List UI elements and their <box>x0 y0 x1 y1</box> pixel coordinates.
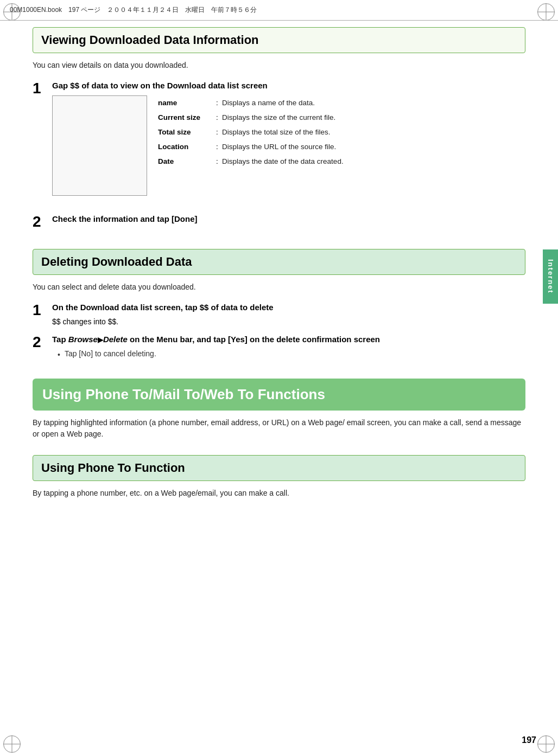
info-row: Location : Displays the URL of the sourc… <box>158 139 344 154</box>
viewing-step2-number: 2 <box>33 214 52 229</box>
deleting-step2-italic1: Browse <box>68 335 98 344</box>
deleting-section-header: Deleting Downloaded Data <box>33 249 525 275</box>
deleting-step2-number: 2 <box>33 335 52 350</box>
deleting-step1-title: On the Download data list screen, tap $$… <box>52 302 525 313</box>
deleting-step1-content: On the Download data list screen, tap $$… <box>52 302 525 326</box>
bullet-symbol: • <box>58 350 60 359</box>
deleting-step2: 2 Tap Browse▶Delete on the Menu bar, and… <box>33 334 525 359</box>
deleting-title: Deleting Downloaded Data <box>41 255 192 268</box>
deleting-description: You can select and delete data you downl… <box>33 281 525 293</box>
info-value: Displays the size of the current file. <box>222 110 335 125</box>
viewing-title: Viewing Downloaded Data Information <box>41 33 259 47</box>
sidebar-internet-tab: Internet <box>543 249 558 304</box>
phone-to-function-description: By tapping a phone number, etc. on a Web… <box>33 488 525 499</box>
phone-to-function-title: Using Phone To Function <box>41 461 185 475</box>
deleting-step2-part2: on the Menu bar, and tap [Yes] on the de… <box>128 335 380 344</box>
info-label: Date <box>158 154 212 169</box>
info-row: Current size : Displays the size of the … <box>158 110 344 125</box>
info-row: name : Displays a name of the data. <box>158 95 344 110</box>
gap1 <box>33 237 525 249</box>
phone-to-mail-desc-text: By tapping highlighted information (a ph… <box>33 418 521 438</box>
phone-to-mail-section-header: Using Phone To/Mail To/Web To Functions <box>33 379 525 411</box>
viewing-section-header: Viewing Downloaded Data Information <box>33 27 525 53</box>
page-container: 00M1000EN.book 197 ページ ２００４年１１月２４日 水曜日 午… <box>0 0 558 756</box>
deleting-step1-number: 1 <box>33 303 52 318</box>
info-row: Date : Displays the date of the data cre… <box>158 154 344 169</box>
gap3 <box>33 449 525 455</box>
info-table: name : Displays a name of the data. Curr… <box>158 95 344 196</box>
info-value: Displays the URL of the source file. <box>222 139 336 154</box>
viewing-step1-content: Gap $$ of data to view on the Download d… <box>52 80 525 206</box>
viewing-step1: 1 Gap $$ of data to view on the Download… <box>33 80 525 206</box>
deleting-step2-content: Tap Browse▶Delete on the Menu bar, and t… <box>52 334 525 359</box>
info-label: Location <box>158 139 212 154</box>
info-colon: : <box>212 95 222 110</box>
header-bar: 00M1000EN.book 197 ページ ２００４年１１月２４日 水曜日 午… <box>0 0 558 21</box>
info-row: Total size : Displays the total size of … <box>158 125 344 139</box>
info-label: Total size <box>158 125 212 139</box>
viewing-step2: 2 Check the information and tap [Done] <box>33 213 525 229</box>
deleting-step2-part1: Tap <box>52 335 68 344</box>
viewing-description: You can view details on data you downloa… <box>33 60 525 71</box>
viewing-step2-title: Check the information and tap [Done] <box>52 213 525 225</box>
deleting-step2-italic2: Delete <box>103 335 128 344</box>
phone-to-function-section-header: Using Phone To Function <box>33 455 525 481</box>
sidebar-tab-label: Internet <box>547 259 555 294</box>
viewing-info-panel: name : Displays a name of the data. Curr… <box>52 95 525 196</box>
info-value: Displays a name of the data. <box>222 95 315 110</box>
info-colon: : <box>212 110 222 125</box>
info-colon: : <box>212 139 222 154</box>
info-value: Displays the total size of the files. <box>222 125 331 139</box>
page-number: 197 <box>522 735 536 745</box>
gap2 <box>33 367 525 379</box>
deleting-step2-title: Tap Browse▶Delete on the Menu bar, and t… <box>52 334 525 345</box>
phone-to-mail-description: By tapping highlighted information (a ph… <box>33 417 525 440</box>
viewing-step1-title: Gap $$ of data to view on the Download d… <box>52 80 525 91</box>
viewing-step1-number: 1 <box>33 81 52 96</box>
info-colon: : <box>212 125 222 139</box>
info-label: Current size <box>158 110 212 125</box>
header-text: 00M1000EN.book 197 ページ ２００４年１１月２４日 水曜日 午… <box>10 5 257 15</box>
deleting-step2-arrow: ▶ <box>98 336 103 344</box>
deleting-step2-bullet-text: Tap [No] to cancel deleting. <box>65 349 156 358</box>
info-label: name <box>158 95 212 110</box>
crop-mark-br <box>537 735 555 753</box>
deleting-step1-sub: $$ changes into $$. <box>52 317 525 326</box>
main-content: Viewing Downloaded Data Information You … <box>33 27 525 723</box>
viewing-step2-content: Check the information and tap [Done] <box>52 213 525 229</box>
info-value: Displays the date of the data created. <box>222 154 344 169</box>
deleting-step1: 1 On the Download data list screen, tap … <box>33 302 525 326</box>
crop-mark-bl <box>3 735 21 753</box>
phone-mockup <box>52 95 147 196</box>
deleting-step2-bullet: • Tap [No] to cancel deleting. <box>58 349 525 359</box>
info-colon: : <box>212 154 222 169</box>
phone-to-mail-title: Using Phone To/Mail To/Web To Functions <box>42 386 325 402</box>
